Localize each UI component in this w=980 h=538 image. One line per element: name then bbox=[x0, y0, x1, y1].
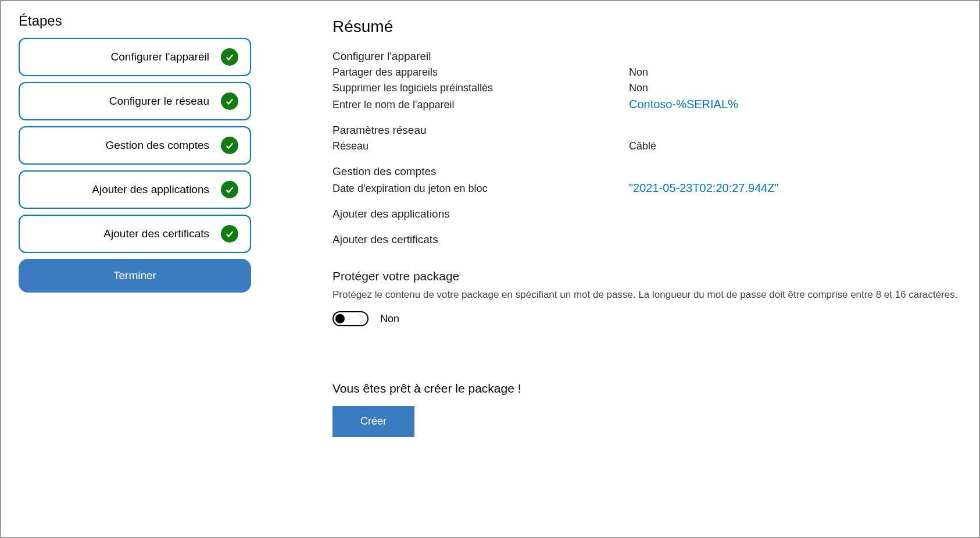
step-add-certificates[interactable]: Ajouter des certificats bbox=[19, 215, 251, 253]
step-configure-device[interactable]: Configurer l'appareil bbox=[19, 38, 251, 76]
toggle-knob bbox=[335, 314, 345, 323]
network-label: Réseau bbox=[332, 140, 629, 152]
step-add-applications[interactable]: Ajouter des applications bbox=[19, 170, 251, 209]
protect-description: Protégez le contenu de votre package en … bbox=[332, 289, 961, 301]
ready-text: Vous êtes prêt à créer le package ! bbox=[332, 382, 961, 396]
protect-toggle[interactable] bbox=[332, 311, 369, 326]
step-configure-network[interactable]: Configurer le réseau bbox=[19, 82, 251, 120]
network-value: Câblé bbox=[629, 140, 656, 152]
summary-device-section: Configurer l'appareil Partager des appar… bbox=[332, 50, 961, 111]
device-name-value: Contoso-%SERIAL% bbox=[629, 98, 738, 111]
step-label: Ajouter des applications bbox=[31, 183, 221, 196]
network-heading: Paramètres réseau bbox=[332, 124, 961, 137]
device-heading: Configurer l'appareil bbox=[332, 50, 961, 63]
ready-section: Vous êtes prêt à créer le package ! Crée… bbox=[332, 382, 961, 437]
steps-sidebar: Étapes Configurer l'appareil Configurer … bbox=[19, 13, 251, 525]
summary-apps-section: Ajouter des applications bbox=[332, 208, 961, 220]
protect-heading: Protéger votre package bbox=[332, 269, 961, 283]
share-devices-label: Partager des appareils bbox=[332, 66, 629, 79]
check-icon bbox=[221, 137, 238, 154]
step-account-management[interactable]: Gestion des comptes bbox=[19, 126, 251, 165]
summary-network-section: Paramètres réseau Réseau Câblé bbox=[332, 124, 961, 152]
finish-button[interactable]: Terminer bbox=[19, 259, 251, 293]
sidebar-title: Étapes bbox=[19, 13, 251, 29]
apps-heading: Ajouter des applications bbox=[332, 208, 961, 220]
preinstalled-value: Non bbox=[629, 82, 648, 94]
protect-package-section: Protéger votre package Protégez le conte… bbox=[332, 269, 961, 326]
share-devices-value: Non bbox=[629, 66, 648, 79]
check-icon bbox=[221, 48, 238, 66]
create-button[interactable]: Créer bbox=[332, 406, 414, 437]
certs-heading: Ajouter des certificats bbox=[332, 233, 961, 246]
accounts-heading: Gestion des comptes bbox=[332, 165, 961, 178]
protect-toggle-label: Non bbox=[380, 313, 399, 325]
step-label: Configurer le réseau bbox=[31, 95, 221, 108]
preinstalled-label: Supprimer les logiciels préinstallés bbox=[332, 82, 629, 94]
device-name-label: Entrer le nom de l'appareil bbox=[332, 99, 629, 111]
step-label: Ajouter des certificats bbox=[31, 227, 221, 240]
step-label: Gestion des comptes bbox=[31, 139, 221, 152]
page-title: Résumé bbox=[332, 17, 961, 36]
check-icon bbox=[221, 225, 238, 243]
check-icon bbox=[221, 92, 238, 110]
summary-certs-section: Ajouter des certificats bbox=[332, 233, 961, 246]
main-content: Résumé Configurer l'appareil Partager de… bbox=[251, 13, 961, 525]
token-expiry-label: Date d'expiration du jeton en bloc bbox=[332, 183, 629, 195]
step-label: Configurer l'appareil bbox=[31, 51, 221, 63]
summary-accounts-section: Gestion des comptes Date d'expiration du… bbox=[332, 165, 961, 195]
check-icon bbox=[221, 181, 238, 198]
token-expiry-value: "2021-05-23T02:20:27.944Z" bbox=[629, 181, 779, 195]
